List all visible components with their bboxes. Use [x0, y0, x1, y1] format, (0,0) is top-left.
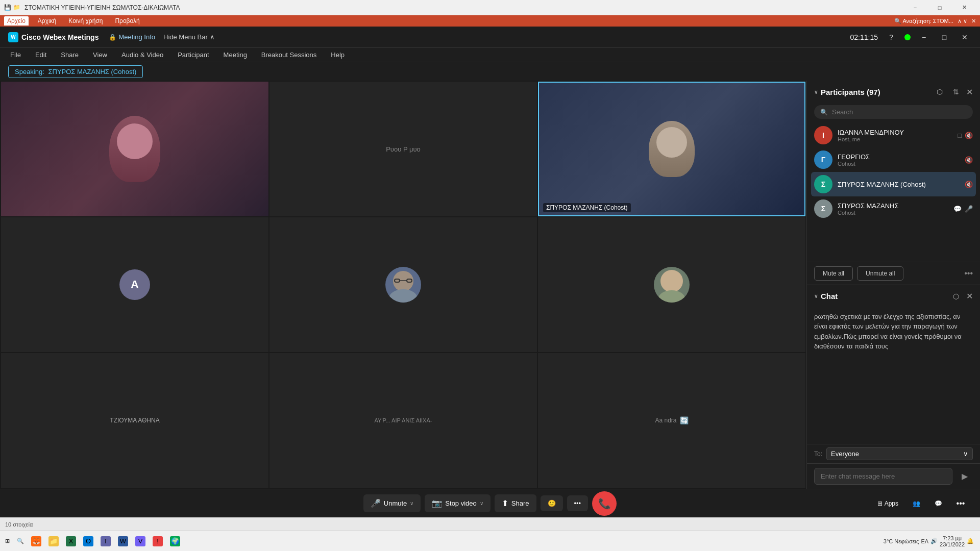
participants-panel-header: ∨ Participants (97) ⬡ ⇅ ✕ [807, 81, 980, 103]
participants-search-bar[interactable]: 🔍 [814, 105, 973, 119]
mute-icon-p3[interactable]: 🔇 [965, 181, 973, 188]
ribbon-tab-share[interactable]: Κοινή χρήση [65, 16, 106, 26]
window-minimize-button[interactable]: − [917, 30, 931, 44]
share-label: Share [511, 499, 529, 507]
participant-avatar-2: Γ [814, 151, 832, 169]
chat-icon-p4[interactable]: 💬 [953, 205, 962, 213]
taskbar-weather: 3°C Νεφώσεις [884, 538, 919, 544]
firefox-icon: 🦊 [31, 536, 41, 546]
taskbar-word[interactable]: W [115, 532, 131, 550]
close-button[interactable]: ✕ [952, 0, 976, 15]
participants-close-button[interactable]: ✕ [966, 87, 973, 97]
menu-help[interactable]: Help [329, 50, 347, 60]
menu-participant[interactable]: Participant [176, 50, 211, 60]
window-titlebar: 💾 📁 ΣΤΟΜΑΤΙΚΗ ΥΓΙΕΙΝΗ-ΥΓΙΕΙΝΗ ΣΩΜΑΤΟΣ-ΔΙ… [0, 0, 980, 15]
stop-video-button[interactable]: 📷 Stop video ∨ [425, 494, 490, 512]
chat-popout-button[interactable]: ⬡ [950, 290, 962, 303]
office-search[interactable]: 🔍 Αναζήτηση: ΣΤΟΜ... [894, 18, 953, 24]
menu-audio-video[interactable]: Audio & Video [119, 50, 165, 60]
video-cell-4: Α [1, 217, 268, 352]
taskbar-excel[interactable]: X [63, 532, 79, 550]
participants-more-button[interactable]: ••• [964, 269, 973, 278]
chat-close-button[interactable]: ✕ [966, 291, 973, 301]
unmute-all-button[interactable]: Unmute all [857, 266, 903, 281]
participant-item-3[interactable]: Σ ΣΠΥΡΟΣ ΜΑΖΑΝΗΣ (Cohost) 🔇 [811, 172, 976, 196]
toolbar-more-right-button[interactable]: ••• [951, 494, 970, 513]
participants-toggle-button[interactable]: 👥 [908, 497, 925, 510]
taskbar-start-button[interactable]: ⊞ [2, 532, 13, 550]
taskbar-viber[interactable]: V [132, 532, 149, 550]
outlook-icon: O [83, 536, 93, 546]
mute-all-button[interactable]: Mute all [814, 266, 853, 281]
chat-icon-p1[interactable]: □ [958, 132, 962, 139]
cell5-avatar [385, 267, 421, 303]
help-icon-button[interactable]: ? [884, 30, 898, 44]
chat-message-input[interactable] [814, 468, 952, 485]
participants-title: ∨ Participants (97) [814, 88, 934, 96]
menu-view[interactable]: View [91, 50, 109, 60]
chat-send-button[interactable]: ▶ [957, 468, 973, 485]
word-icon: W [118, 536, 128, 546]
apps-label: Apps [885, 500, 898, 507]
ribbon-tab-home[interactable]: Αρχική [35, 16, 59, 26]
unmute-label: Unmute [384, 499, 407, 507]
participant-avatar-4: Σ [814, 199, 832, 218]
close-office-search[interactable]: ✕ [971, 18, 976, 24]
taskbar-search[interactable]: 🔍 [14, 532, 27, 550]
cell8-text: ΑΥ'Ρ... ΑΙΡ ΑΝΙΣ ΑΙΙΧΑ- [375, 417, 432, 423]
share-button[interactable]: ⬆ Share [495, 494, 536, 512]
mic-icon-p4[interactable]: 🎤 [965, 205, 973, 213]
chat-toggle-button[interactable]: 💬 [929, 497, 947, 510]
apps-button[interactable]: ⊞ Apps [872, 497, 903, 510]
participant-icons-4: 💬 🎤 [953, 205, 973, 213]
meeting-info-button[interactable]: 🔒 Meeting Info [109, 33, 155, 41]
mute-icon-p1[interactable]: 🔇 [965, 132, 973, 139]
taskbar-teams[interactable]: T [97, 532, 114, 550]
window-close-button[interactable]: ✕ [958, 30, 972, 44]
participants-search-input[interactable] [832, 108, 967, 116]
taskbar-notification-icon[interactable]: 🔔 [967, 538, 974, 544]
menu-share[interactable]: Share [59, 50, 81, 60]
taskbar-folder[interactable]: 📁 [45, 532, 62, 550]
participant-info-4: ΣΠΥΡΟΣ ΜΑΖΑΝΗΣ Cohost [838, 202, 948, 216]
minimize-button[interactable]: − [903, 0, 927, 15]
mute-icon-p2[interactable]: 🔇 [965, 156, 973, 164]
participant-item-1[interactable]: Ι ΙΩΑΝΝΑ ΜΕΝΔΡΙΝΟΥ Host, me □ 🔇 [811, 123, 976, 147]
more-button[interactable]: ••• [567, 495, 589, 511]
chat-recipient-select[interactable]: Everyone ∨ [826, 447, 973, 460]
chat-message-text: ρωτηθώ σχετικά με τον έλεγχο της αξιοπισ… [814, 312, 973, 352]
participant-item-4[interactable]: Σ ΣΠΥΡΟΣ ΜΑΖΑΝΗΣ Cohost 💬 🎤 [811, 196, 976, 221]
webex-logo-icon: W [8, 32, 18, 42]
hide-menu-button[interactable]: Hide Menu Bar ∧ [163, 33, 215, 41]
hide-menu-label: Hide Menu Bar [163, 33, 208, 41]
search-icon: 🔍 [820, 109, 828, 116]
unmute-button[interactable]: 🎤 Unmute ∨ [363, 494, 421, 512]
taskbar-green-app[interactable]: 🌍 [167, 532, 183, 550]
taskbar-firefox[interactable]: 🦊 [28, 532, 44, 550]
end-call-button[interactable]: 📞 [592, 491, 617, 516]
menu-edit[interactable]: Edit [33, 50, 48, 60]
emoji-button[interactable]: 🙂 [541, 495, 563, 511]
participant-item-2[interactable]: Γ ΓΕΩΡΓΙΟΣ Cohost 🔇 [811, 147, 976, 172]
participants-popout-button[interactable]: ⬡ [934, 86, 946, 98]
video-cell-6 [538, 217, 805, 352]
maximize-button[interactable]: □ [928, 0, 951, 15]
participants-collapse-icon[interactable]: ∨ [814, 89, 818, 95]
taskbar-outlook[interactable]: O [80, 532, 96, 550]
chat-to-label: To: [814, 450, 822, 458]
window-controls[interactable]: − □ ✕ [903, 0, 976, 15]
participant-info-2: ΓΕΩΡΓΙΟΣ Cohost [838, 153, 960, 167]
menu-breakout[interactable]: Breakout Sessions [259, 50, 318, 60]
video-off-icon: 📷 [432, 498, 442, 508]
taskbar-red-app[interactable]: ! [150, 532, 166, 550]
window-restore-button[interactable]: □ [937, 30, 951, 44]
menu-meeting[interactable]: Meeting [222, 50, 249, 60]
ribbon-tab-file[interactable]: Αρχείο [4, 16, 29, 26]
participants-sort-button[interactable]: ⇅ [950, 86, 962, 98]
cell6-avatar [654, 267, 690, 303]
taskbar-clock: 7:23 μμ 23/1/2022 [940, 535, 965, 547]
ribbon-tab-view[interactable]: Προβολή [112, 16, 142, 26]
menu-file[interactable]: File [8, 50, 23, 60]
participant-avatar-3: Σ [814, 175, 832, 193]
chat-collapse-icon[interactable]: ∨ [814, 293, 818, 299]
